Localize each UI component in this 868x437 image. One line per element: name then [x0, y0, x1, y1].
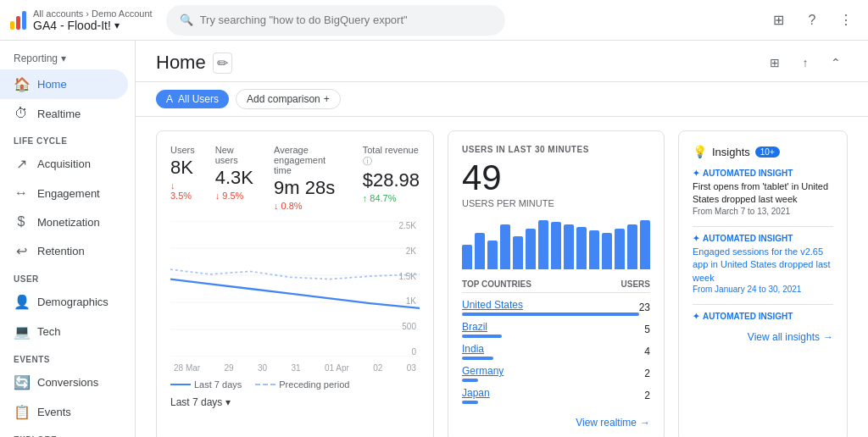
rt-country-row: United States 23	[462, 296, 650, 318]
reporting-toggle[interactable]: Reporting ▾	[0, 47, 135, 69]
country-users: 4	[644, 346, 650, 357]
metrics-top: Users 8K ↓ 3.5% New users 4.3K ↓ 9.5% Av…	[170, 145, 420, 211]
sidebar-item-monetization[interactable]: $ Monetization	[0, 207, 128, 236]
top-bar-left: All accounts › Demo Account GA4 - Flood-…	[10, 8, 153, 32]
spark-icon: ✦	[693, 312, 699, 321]
home-icon: 🏠	[14, 76, 29, 92]
tech-icon: 💻	[14, 324, 29, 340]
country-link[interactable]: Brazil	[462, 321, 487, 333]
help-icon[interactable]: ?	[800, 8, 824, 32]
realtime-bar	[551, 222, 561, 269]
demographics-icon: 👤	[14, 294, 29, 310]
insight-item: ✦ AUTOMATED INSIGHT Engaged sessions for…	[693, 234, 833, 294]
sidebar-item-engagement[interactable]: ↔ Engagement	[0, 179, 128, 207]
sidebar-item-home[interactable]: 🏠 Home	[0, 69, 128, 99]
sidebar-item-demographics[interactable]: 👤 Demographics	[0, 287, 128, 317]
header-actions: ⊞ ↑ ⌃	[763, 51, 848, 75]
realtime-bar	[564, 224, 574, 269]
engagement-icon: ↔	[14, 185, 29, 201]
rt-country-row: Germany 2	[462, 362, 650, 384]
section-events: EVENTS	[0, 346, 135, 368]
acquisition-icon: ↗	[14, 156, 29, 172]
country-link[interactable]: India	[462, 343, 484, 355]
realtime-bar	[615, 229, 625, 269]
metrics-chart-card: Users 8K ↓ 3.5% New users 4.3K ↓ 9.5% Av…	[156, 130, 434, 437]
arrow-right-icon: →	[823, 331, 833, 343]
share-icon[interactable]: ↑	[793, 51, 817, 75]
edit-icon[interactable]: ✏	[213, 53, 232, 74]
sidebar-item-acquisition[interactable]: ↗ Acquisition	[0, 149, 128, 179]
section-lifecycle: LIFE CYCLE	[0, 128, 135, 149]
view-realtime-link[interactable]: View realtime →	[462, 417, 650, 429]
sidebar-item-retention[interactable]: ↩ Retention	[0, 236, 128, 266]
arrow-right-icon: →	[640, 417, 650, 429]
realtime-bar	[602, 233, 612, 270]
reporting-label: Reporting	[14, 53, 58, 64]
account-info: All accounts › Demo Account GA4 - Flood-…	[33, 8, 153, 32]
country-link[interactable]: Japan	[462, 387, 490, 399]
country-link[interactable]: United States	[462, 299, 523, 311]
dashboard: Users 8K ↓ 3.5% New users 4.3K ↓ 9.5% Av…	[136, 117, 868, 437]
chevron-down-icon: ▾	[114, 19, 120, 31]
realtime-bar	[513, 236, 523, 269]
realtime-card: USERS IN LAST 30 MINUTES 49 USERS PER MI…	[448, 130, 665, 437]
realtime-bar	[487, 241, 498, 269]
section-explore: EXPLORE	[0, 427, 135, 437]
events-icon: 📋	[14, 404, 29, 420]
country-users: 23	[639, 301, 650, 313]
country-link[interactable]: Germany	[462, 365, 504, 377]
more-icon[interactable]: ⋮	[834, 8, 858, 32]
sidebar-item-label: Home	[37, 78, 67, 91]
metric-users: Users 8K ↓ 3.5%	[170, 145, 195, 211]
add-comparison-button[interactable]: Add comparison +	[236, 89, 341, 109]
rt-table-header: TOP COUNTRIES USERS	[462, 279, 650, 293]
sidebar-item-label: Tech	[37, 325, 60, 338]
main-content: Home ✏ ⊞ ↑ ⌃ A All Users Add comparison …	[136, 41, 868, 437]
monetization-icon: $	[14, 214, 29, 230]
line-chart: 2.5K2K1.5K1K5000	[170, 221, 420, 357]
realtime-bar	[640, 220, 650, 269]
insights-card: 💡 Insights 10+ ✦ AUTOMATED INSIGHT First…	[678, 130, 848, 437]
insight-item: ✦ AUTOMATED INSIGHT First opens from 'ta…	[693, 169, 833, 216]
sidebar-item-label: Events	[37, 406, 71, 418]
country-users: 5	[644, 324, 650, 335]
page-title: Home ✏	[156, 52, 232, 74]
sidebar-item-realtime[interactable]: ⏱ Realtime	[0, 99, 128, 128]
sidebar-item-events[interactable]: 📋 Events	[0, 397, 128, 427]
grid-icon[interactable]: ⊞	[766, 8, 790, 32]
main-layout: Reporting ▾ 🏠 Home ⏱ Realtime LIFE CYCLE…	[0, 41, 868, 437]
all-users-chip[interactable]: A All Users	[156, 90, 229, 108]
top-bar: All accounts › Demo Account GA4 - Flood-…	[0, 0, 868, 41]
insight-divider	[693, 304, 833, 305]
conversions-icon: 🔄	[14, 374, 29, 390]
realtime-bars	[462, 218, 650, 269]
top-bar-actions: ⊞ ? ⋮	[766, 8, 858, 32]
insight-item: ✦ AUTOMATED INSIGHT	[693, 312, 833, 321]
date-range-button[interactable]: Last 7 days ▾	[170, 396, 420, 408]
view-all-insights-link[interactable]: View all insights →	[693, 331, 833, 343]
collapse-icon[interactable]: ⌃	[824, 51, 848, 75]
realtime-bar	[462, 245, 472, 269]
rt-country-row: Japan 2	[462, 384, 650, 407]
rt-country-row: India 4	[462, 340, 650, 362]
sidebar-item-conversions[interactable]: 🔄 Conversions	[0, 368, 128, 397]
sidebar: Reporting ▾ 🏠 Home ⏱ Realtime LIFE CYCLE…	[0, 41, 136, 437]
legend-last7: Last 7 days	[170, 379, 242, 390]
sidebar-item-label: Realtime	[37, 108, 81, 120]
search-icon: 🔍	[180, 14, 193, 26]
realtime-bar	[576, 227, 587, 269]
breadcrumb: All accounts › Demo Account	[33, 8, 153, 19]
property-title[interactable]: GA4 - Flood-It! ▾	[33, 19, 153, 32]
realtime-bar	[538, 220, 548, 269]
retention-icon: ↩	[14, 243, 29, 259]
realtime-icon: ⏱	[14, 106, 29, 121]
metric-new-users: New users 4.3K ↓ 9.5%	[215, 145, 253, 211]
sidebar-item-tech[interactable]: 💻 Tech	[0, 317, 128, 346]
spark-icon: ✦	[693, 234, 699, 243]
dashboard-top-row: Users 8K ↓ 3.5% New users 4.3K ↓ 9.5% Av…	[156, 130, 848, 437]
search-input[interactable]	[200, 14, 492, 26]
search-bar[interactable]: 🔍	[166, 5, 505, 36]
customize-icon[interactable]: ⊞	[763, 51, 787, 75]
chart-x-labels: 28 Mar29303101 Apr0203	[170, 363, 420, 373]
realtime-bar	[500, 224, 510, 269]
